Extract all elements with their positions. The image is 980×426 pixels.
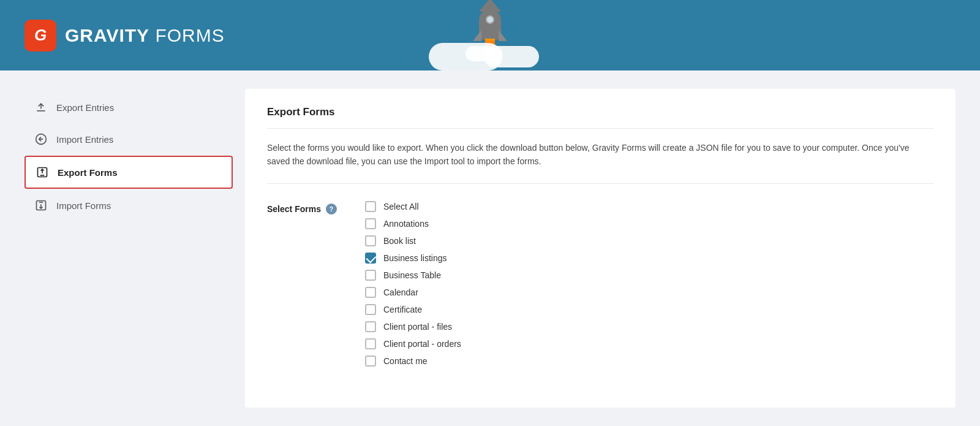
- app-header: G GRAVITY FORMS: [0, 0, 980, 70]
- form-label-annotations: Annotations: [383, 219, 429, 229]
- checkbox-client-portal-files[interactable]: [365, 321, 376, 332]
- checkbox-business-table[interactable]: [365, 270, 376, 281]
- checkbox-calendar[interactable]: [365, 287, 376, 298]
- form-label-book-list: Book list: [383, 236, 416, 246]
- logo-text: GRAVITY FORMS: [65, 25, 225, 46]
- help-icon[interactable]: ?: [326, 203, 337, 215]
- logo-icon: G: [24, 20, 56, 51]
- checkbox-contact-me[interactable]: [365, 356, 376, 367]
- import-forms-icon: [34, 199, 48, 212]
- rocket-window: [486, 15, 494, 24]
- export-entries-icon: [34, 101, 48, 114]
- checkbox-annotations[interactable]: [365, 218, 376, 229]
- import-entries-icon: [34, 132, 48, 146]
- form-label-business-table: Business Table: [383, 270, 441, 280]
- sidebar-item-import-entries[interactable]: Import Entries: [24, 124, 233, 154]
- checkbox-business-listings[interactable]: [365, 253, 376, 264]
- sidebar-label-export-forms: Export Forms: [58, 167, 118, 178]
- export-forms-icon: [36, 165, 49, 179]
- rocket-illustration: [453, 9, 527, 70]
- form-label-calendar: Calendar: [383, 287, 418, 297]
- list-item[interactable]: Book list: [365, 235, 461, 246]
- list-item[interactable]: Business listings: [365, 253, 461, 264]
- list-item[interactable]: Client portal - files: [365, 321, 461, 332]
- page-title: Export Forms: [267, 106, 933, 129]
- checkbox-certificate[interactable]: [365, 304, 376, 315]
- content-description: Select the forms you would like to expor…: [267, 141, 933, 184]
- sidebar-item-export-forms[interactable]: Export Forms: [24, 156, 233, 189]
- sidebar-label-import-entries: Import Entries: [56, 134, 113, 145]
- form-label-select-all: Select All: [383, 202, 419, 211]
- sidebar-item-import-forms[interactable]: Import Forms: [24, 190, 233, 221]
- sidebar-item-export-entries[interactable]: Export Entries: [24, 92, 233, 123]
- checkbox-client-portal-orders[interactable]: [365, 338, 376, 349]
- select-forms-label: Select Forms ?: [267, 201, 341, 215]
- cloud-3: [466, 46, 502, 61]
- checkbox-book-list[interactable]: [365, 235, 376, 246]
- sidebar: Export Entries Import Entries Export For…: [24, 89, 233, 408]
- select-forms-section: Select Forms ? Select All Annotations Bo…: [267, 201, 933, 367]
- sidebar-label-export-entries: Export Entries: [56, 102, 114, 113]
- form-label-client-portal-files: Client portal - files: [383, 322, 452, 332]
- list-item[interactable]: Client portal - orders: [365, 338, 461, 349]
- content-panel: Export Forms Select the forms you would …: [245, 89, 956, 408]
- forms-checklist: Select All Annotations Book list Busines…: [365, 201, 461, 367]
- rocket-body: [479, 9, 501, 40]
- list-item[interactable]: Business Table: [365, 270, 461, 281]
- sidebar-label-import-forms: Import Forms: [56, 200, 111, 211]
- list-item[interactable]: Annotations: [365, 218, 461, 229]
- main-container: Export Entries Import Entries Export For…: [0, 70, 980, 426]
- list-item[interactable]: Calendar: [365, 287, 461, 298]
- logo: G GRAVITY FORMS: [24, 20, 225, 51]
- list-item[interactable]: Contact me: [365, 356, 461, 367]
- list-item[interactable]: Select All: [365, 201, 461, 212]
- list-item[interactable]: Certificate: [365, 304, 461, 315]
- form-label-contact-me: Contact me: [383, 356, 428, 366]
- form-label-business-listings: Business listings: [383, 253, 447, 263]
- checkbox-select-all[interactable]: [365, 201, 376, 212]
- form-label-certificate: Certificate: [383, 305, 422, 314]
- form-label-client-portal-orders: Client portal - orders: [383, 339, 461, 349]
